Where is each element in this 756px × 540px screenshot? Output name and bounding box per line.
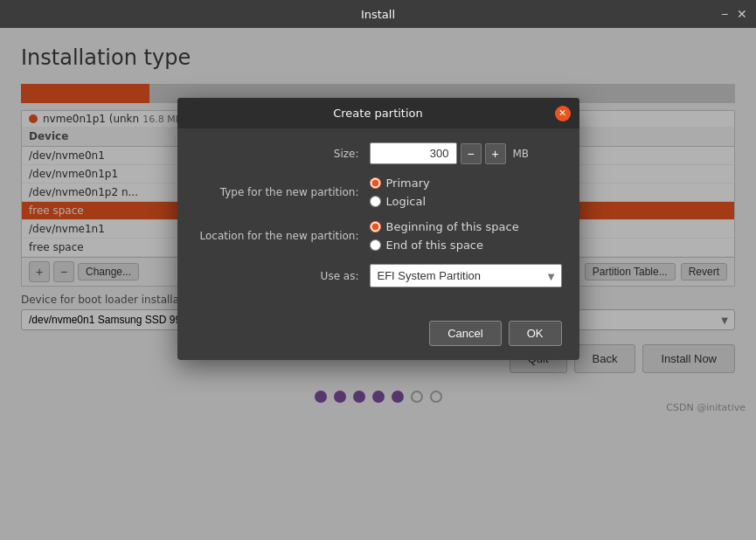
size-unit: MB <box>513 148 530 160</box>
modal-cancel-button[interactable]: Cancel <box>429 321 501 346</box>
window-title: Install <box>361 8 395 21</box>
minimize-button[interactable]: − <box>718 7 732 21</box>
type-logical-option[interactable]: Logical <box>370 195 562 208</box>
location-beginning-radio[interactable] <box>370 221 381 232</box>
close-button[interactable]: ✕ <box>735 7 749 21</box>
use-as-select[interactable]: EFI System Partition ext4 journaling fil… <box>370 264 562 287</box>
type-logical-radio[interactable] <box>370 196 381 207</box>
size-increment-button[interactable]: + <box>485 143 506 164</box>
partition-type-row: Type for the new partition: Primary Logi… <box>195 177 562 208</box>
location-beginning-option[interactable]: Beginning of this space <box>370 220 562 233</box>
modal-close-button[interactable]: ✕ <box>555 106 571 121</box>
modal-overlay: Create partition ✕ Size: − + MB Type <box>0 28 756 540</box>
use-as-field: EFI System Partition ext4 journaling fil… <box>370 264 562 287</box>
type-label: Type for the new partition: <box>195 186 370 198</box>
use-as-row: Use as: EFI System Partition ext4 journa… <box>195 264 562 287</box>
use-as-label: Use as: <box>195 270 370 282</box>
type-primary-option[interactable]: Primary <box>370 177 562 190</box>
location-end-radio[interactable] <box>370 239 381 251</box>
modal-footer: Cancel OK <box>177 314 579 360</box>
title-bar: Install − ✕ <box>0 0 756 28</box>
location-label: Location for the new partition: <box>195 230 370 242</box>
partition-location-row: Location for the new partition: Beginnin… <box>195 220 562 252</box>
modal-title-bar: Create partition ✕ <box>177 98 579 128</box>
location-end-option[interactable]: End of this space <box>370 239 562 252</box>
modal-title: Create partition <box>333 107 423 120</box>
location-beginning-label: Beginning of this space <box>386 220 519 233</box>
type-logical-label: Logical <box>386 195 427 208</box>
type-primary-radio[interactable] <box>370 177 381 189</box>
size-row: Size: − + MB <box>195 142 562 164</box>
type-primary-label: Primary <box>386 177 430 190</box>
size-decrement-button[interactable]: − <box>461 143 482 164</box>
create-partition-modal: Create partition ✕ Size: − + MB Type <box>177 98 579 360</box>
size-input[interactable] <box>370 142 457 164</box>
size-input-group: − + MB <box>370 142 562 164</box>
window-controls: − ✕ <box>718 7 749 21</box>
modal-ok-button[interactable]: OK <box>509 321 562 346</box>
modal-body: Size: − + MB Type for the new partition: <box>177 128 579 314</box>
type-radio-group: Primary Logical <box>370 177 562 208</box>
use-as-select-wrapper: EFI System Partition ext4 journaling fil… <box>370 264 562 287</box>
type-field: Primary Logical <box>370 177 562 208</box>
location-radio-group: Beginning of this space End of this spac… <box>370 220 562 252</box>
location-field: Beginning of this space End of this spac… <box>370 220 562 252</box>
size-field: − + MB <box>370 142 562 164</box>
location-end-label: End of this space <box>386 239 484 252</box>
size-label: Size: <box>195 148 370 160</box>
